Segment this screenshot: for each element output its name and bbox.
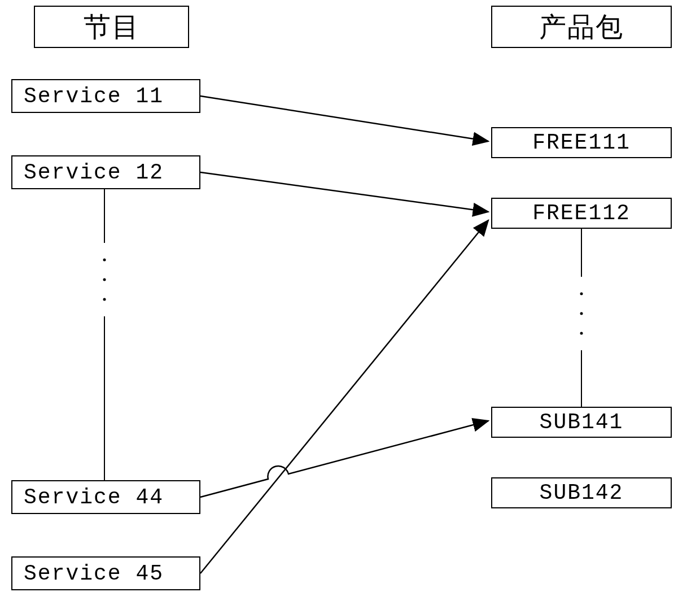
service-box: Service 45 bbox=[11, 556, 200, 590]
package-box: FREE111 bbox=[491, 127, 672, 158]
svg-point-3 bbox=[103, 298, 106, 301]
service-box: Service 11 bbox=[11, 79, 200, 113]
arrow-s45-free112 bbox=[200, 220, 488, 573]
header-right: 产品包 bbox=[491, 6, 672, 48]
package-box: FREE112 bbox=[491, 198, 672, 229]
package-box: SUB142 bbox=[491, 477, 672, 508]
service-box: Service 12 bbox=[11, 155, 200, 189]
arrow-s44-sub141 bbox=[200, 421, 488, 497]
svg-point-6 bbox=[580, 332, 583, 335]
svg-point-5 bbox=[580, 312, 583, 315]
service-box: Service 44 bbox=[11, 480, 200, 514]
header-left: 节目 bbox=[34, 6, 189, 48]
svg-point-2 bbox=[103, 278, 106, 281]
package-box: SUB141 bbox=[491, 407, 672, 438]
svg-point-4 bbox=[580, 293, 583, 295]
svg-point-1 bbox=[103, 259, 106, 262]
arrow-s11-free111 bbox=[200, 96, 488, 141]
arrow-s12-free112 bbox=[200, 172, 488, 212]
